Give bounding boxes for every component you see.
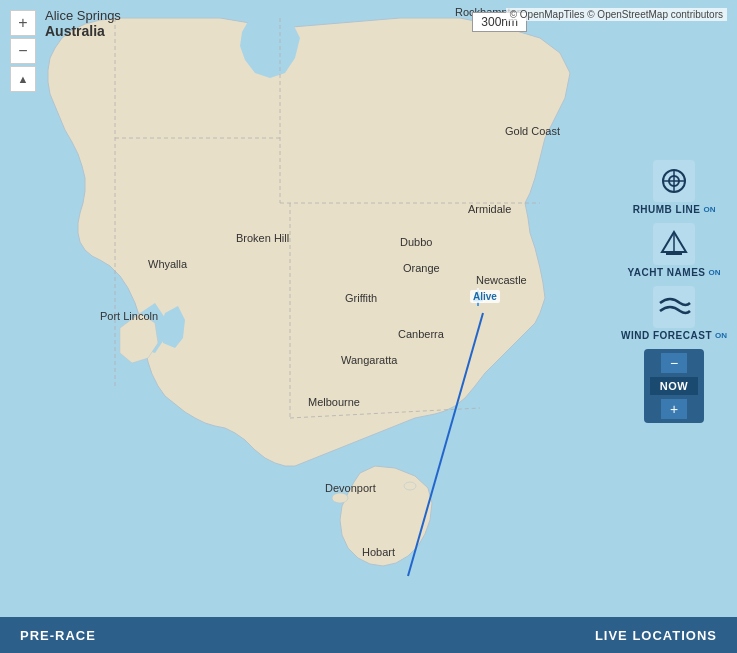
now-button[interactable]: NOW — [650, 377, 698, 395]
city-orange: Orange — [403, 262, 440, 274]
live-locations-button[interactable]: LIVE LOCATIONS — [595, 628, 717, 643]
time-minus-button[interactable]: − — [661, 353, 687, 373]
map-attribution: © OpenMapTiles © OpenStreetMap contribut… — [506, 8, 727, 21]
now-controls: − NOW + — [644, 349, 704, 423]
rhumb-line-control[interactable]: RHUMB LINE ON — [633, 160, 716, 215]
yacht-names-control[interactable]: YACHT NAMES ON — [628, 223, 721, 278]
city-whyalla: Whyalla — [148, 258, 187, 270]
rhumb-line-status: ON — [703, 205, 715, 214]
zoom-out-button[interactable]: − — [10, 38, 36, 64]
country-name: Australia — [45, 23, 121, 39]
svg-point-2 — [404, 482, 416, 490]
city-hobart: Hobart — [362, 546, 395, 558]
zoom-in-button[interactable]: + — [10, 10, 36, 36]
wind-forecast-status: ON — [715, 331, 727, 340]
yacht-names-label: YACHT NAMES — [628, 267, 706, 278]
city-canberra: Canberra — [398, 328, 444, 340]
yacht-names-status: ON — [708, 268, 720, 277]
city-brokenhill: Broken Hill — [236, 232, 289, 244]
time-plus-button[interactable]: + — [661, 399, 687, 419]
zoom-controls: + − ▲ — [10, 10, 36, 92]
yacht-names-icon — [653, 223, 695, 265]
rhumb-line-label: RHUMB LINE — [633, 204, 701, 215]
svg-point-1 — [332, 493, 348, 503]
svg-rect-18 — [666, 252, 682, 255]
rhumb-line-icon — [653, 160, 695, 202]
wind-forecast-icon — [653, 286, 695, 328]
location-label: Alice Springs Australia — [45, 8, 121, 39]
city-wangaratta: Wangaratta — [341, 354, 397, 366]
city-devonport: Devonport — [325, 482, 376, 494]
pre-race-button[interactable]: PRE-RACE — [20, 628, 96, 643]
alive-label: Alive — [470, 290, 500, 303]
right-panel: RHUMB LINE ON YACHT NAMES ON — [621, 160, 727, 423]
city-newcastle: Newcastle — [476, 274, 527, 286]
wind-forecast-control[interactable]: WIND FORECAST ON — [621, 286, 727, 341]
city-portlincoln: Port Lincoln — [100, 310, 158, 322]
city-griffith: Griffith — [345, 292, 377, 304]
map-container: + − ▲ Alice Springs Australia 300nm © Op… — [0, 0, 737, 653]
wind-forecast-label: WIND FORECAST — [621, 330, 712, 341]
city-name: Alice Springs — [45, 8, 121, 23]
city-dubbo: Dubbo — [400, 236, 432, 248]
city-goldcoast: Gold Coast — [505, 125, 560, 137]
bottom-bar: PRE-RACE LIVE LOCATIONS — [0, 617, 737, 653]
zoom-reset-button[interactable]: ▲ — [10, 66, 36, 92]
city-melbourne: Melbourne — [308, 396, 360, 408]
alive-marker: Alive — [470, 290, 500, 303]
city-armidale: Armidale — [468, 203, 511, 215]
